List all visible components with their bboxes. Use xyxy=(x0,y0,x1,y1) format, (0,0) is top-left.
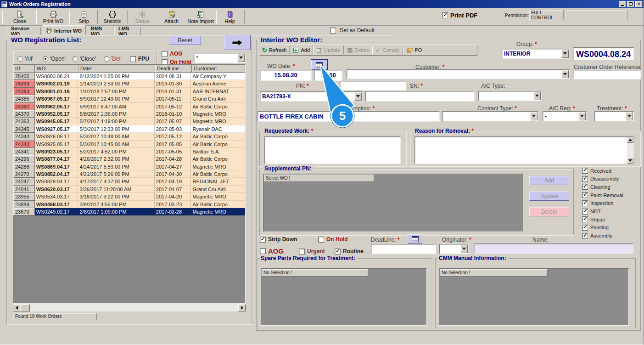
spare-parts-list-header[interactable]: No Selection ! xyxy=(262,269,368,277)
urgent-checkbox[interactable]: Urgent xyxy=(299,248,325,255)
aog-filter-checkbox-box[interactable] xyxy=(162,51,168,57)
attach-button[interactable]: Attach xyxy=(159,9,184,25)
chevron-down-icon[interactable] xyxy=(237,54,245,62)
pn-filter-input[interactable] xyxy=(340,81,406,90)
table-row[interactable]: 24288 WS0869.04.17 4/24/2017 5:59:00 PM … xyxy=(13,163,245,170)
stage-received-checkbox[interactable]: Received xyxy=(582,168,611,174)
supplemental-pn-list-header[interactable]: Select WO ! xyxy=(264,175,374,182)
strip-button[interactable]: Strip xyxy=(71,9,96,25)
aog-box[interactable] xyxy=(260,248,266,254)
table-row[interactable]: 24247 WS0829.04.17 4/17/2017 4:37:00 PM … xyxy=(13,178,245,185)
statistic-button[interactable]: Statistic xyxy=(99,9,126,25)
scrollbar-thumb[interactable] xyxy=(21,304,30,311)
stage-inspection-box[interactable] xyxy=(582,200,588,206)
routine-box[interactable] xyxy=(335,249,341,255)
chevron-down-icon[interactable] xyxy=(626,112,633,120)
table-row[interactable]: 24270 WS0852.04.17 4/21/2017 5:26:00 PM … xyxy=(13,170,245,178)
sn-input[interactable] xyxy=(365,91,475,102)
reset-button[interactable]: Reset xyxy=(169,36,201,45)
table-row[interactable]: 23889 WS0468.03.17 3/9/2017 4:55:00 PM 2… xyxy=(13,201,245,208)
scroll-right-arrow[interactable] xyxy=(238,304,246,311)
fpu-checkbox-box[interactable] xyxy=(130,56,136,62)
cmm-list[interactable]: No Selection ! xyxy=(439,268,629,326)
restore-button[interactable] xyxy=(627,1,634,7)
print-wo-button[interactable]: Print WO xyxy=(39,9,67,25)
radio-del-circle[interactable] xyxy=(104,56,109,62)
originator-combo[interactable] xyxy=(439,244,469,254)
strip-down-box[interactable] xyxy=(260,237,266,243)
stage-ndt-checkbox[interactable]: NDT xyxy=(582,209,601,215)
stage-painting-checkbox[interactable]: Painting xyxy=(582,225,609,231)
column-header-wo[interactable]: WO: xyxy=(35,65,78,73)
chevron-down-icon[interactable] xyxy=(354,92,362,101)
spare-parts-list[interactable]: No Selection ! xyxy=(261,268,427,326)
supplemental-delete-button[interactable]: Delete xyxy=(529,207,569,216)
stage-received-box[interactable] xyxy=(582,168,588,174)
next-arrow-button[interactable] xyxy=(224,35,251,50)
table-row[interactable]: 24296 WS0877.04.17 4/26/2017 2:32:00 PM … xyxy=(13,155,245,163)
set-as-default-checkbox-box[interactable] xyxy=(330,28,336,34)
help-button[interactable]: ? Help xyxy=(217,9,242,25)
table-row[interactable]: 23955 WS0534.03.17 3/16/2017 3:22:00 PM … xyxy=(13,193,245,200)
close-window-button[interactable]: × xyxy=(635,1,643,7)
chevron-down-icon[interactable] xyxy=(561,50,569,58)
set-as-default-checkbox[interactable]: :Set as Default xyxy=(330,27,375,34)
customer-order-ref-input[interactable] xyxy=(573,70,641,79)
column-header-deadline[interactable]: DeadLine: xyxy=(155,65,192,73)
reason-removal-textarea[interactable] xyxy=(414,136,634,164)
strip-down-checkbox[interactable]: Strip Down xyxy=(260,236,297,243)
add-wo-button[interactable]: Add xyxy=(293,47,310,53)
stage-repair-box[interactable] xyxy=(582,216,588,222)
chevron-down-icon[interactable] xyxy=(533,92,541,100)
print-pdf-checkbox-box[interactable] xyxy=(442,12,448,18)
customer-combo[interactable] xyxy=(347,69,570,79)
radio-del[interactable]: 'Del' xyxy=(104,56,122,62)
table-row[interactable]: 24363 WS0945.05.17 5/7/2017 4:19:00 PM 2… xyxy=(13,118,245,125)
deadline-calendar-button[interactable] xyxy=(408,234,422,244)
deadline-input[interactable] xyxy=(371,244,436,254)
radio-open[interactable]: 'Open' xyxy=(43,56,66,62)
tab-bms-wo[interactable]: BMS WO xyxy=(87,27,113,35)
group-combo[interactable]: INTERIOR xyxy=(502,49,570,59)
table-row[interactable]: 24370 WS0952.05.17 5/8/2017 1:36:00 PM 2… xyxy=(13,110,245,118)
on-hold-box[interactable] xyxy=(318,237,324,243)
stage-cleaning-checkbox[interactable]: Cleaning xyxy=(582,184,610,190)
wo-time-input[interactable]: 12:00 xyxy=(314,70,342,81)
wo-date-input[interactable]: 15.08.20 xyxy=(260,70,312,81)
table-row[interactable]: 24345 WS0927.05.17 5/3/2017 12:33:00 PM … xyxy=(13,125,245,133)
minimize-button[interactable] xyxy=(619,1,626,7)
supplemental-pn-list[interactable]: Select WO ! xyxy=(263,174,523,232)
radio-close-circle[interactable] xyxy=(73,56,78,62)
routine-checkbox[interactable]: Routine xyxy=(335,248,364,255)
supplemental-update-button[interactable]: Update xyxy=(529,192,569,201)
description-input[interactable]: BOTTLE FIREX CABIN xyxy=(258,111,440,122)
stage-disassembly-checkbox[interactable]: Disassembly xyxy=(582,176,619,182)
table-row[interactable]: 24343 WS0925.05.17 5/3/2017 10:45:00 AM … xyxy=(13,141,245,148)
urgent-box[interactable] xyxy=(299,249,305,255)
tab-service-wo[interactable]: Service WO xyxy=(7,27,41,35)
radio-all-circle[interactable] xyxy=(17,56,23,62)
stage-painting-box[interactable] xyxy=(582,225,588,231)
name-input[interactable] xyxy=(474,243,633,254)
chevron-down-icon[interactable] xyxy=(578,112,586,120)
print-pdf-checkbox[interactable]: Print PDF xyxy=(442,12,477,19)
table-row[interactable]: 25405 WS0003.08.24 8/12/2024 1:25:00 PM … xyxy=(13,73,245,80)
contract-type-combo[interactable] xyxy=(442,111,538,121)
table-row[interactable]: 24399 WS0002.01.19 1/14/2019 2:53:00 PM … xyxy=(13,80,245,87)
stage-ndt-box[interactable] xyxy=(582,209,588,215)
po-button[interactable]: PO xyxy=(406,47,422,53)
scroll-down-arrow[interactable] xyxy=(627,158,633,164)
stage-paint-removal-checkbox[interactable]: Paint Removal xyxy=(582,192,623,198)
cmm-list-header[interactable]: No Selection ! xyxy=(440,269,548,277)
ac-type-combo[interactable] xyxy=(478,91,542,101)
table-row[interactable]: 24385 WS0967.05.17 5/9/2017 12:49:00 PM … xyxy=(13,95,245,102)
column-header-customer[interactable]: Customer: xyxy=(192,65,245,73)
reason-scrollbar[interactable] xyxy=(627,137,633,164)
on-hold-checkbox[interactable]: On Hold xyxy=(318,236,348,243)
horizontal-scrollbar[interactable] xyxy=(13,304,246,311)
table-row[interactable]: 24341 WS0923.05.17 5/2/2017 4:52:00 PM 2… xyxy=(13,148,245,155)
column-header-date[interactable]: Date: xyxy=(78,65,155,73)
stage-cleaning-box[interactable] xyxy=(582,184,588,190)
table-row[interactable]: 24041 WS0620.03.17 3/26/2017 11:28:00 AM… xyxy=(13,186,245,193)
scroll-up-arrow[interactable] xyxy=(627,137,633,143)
